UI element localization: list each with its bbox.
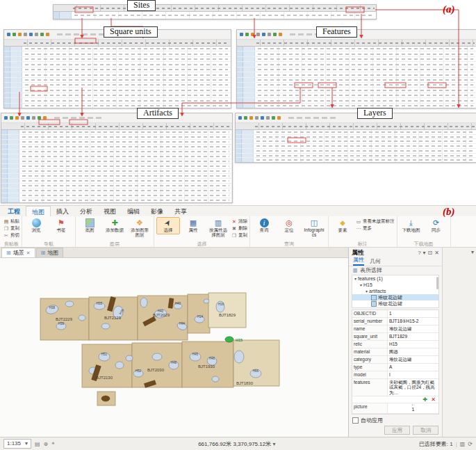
table-row[interactable] bbox=[237, 62, 476, 67]
table-row[interactable] bbox=[237, 47, 476, 51]
table-row[interactable] bbox=[237, 78, 476, 83]
ribbon-tab[interactable]: 工程 bbox=[2, 206, 26, 216]
ribbon-button[interactable]: 删除 bbox=[231, 225, 247, 232]
ribbon-tab[interactable]: 地图 bbox=[26, 206, 51, 216]
ribbon-button[interactable]: 更多 bbox=[356, 225, 395, 232]
table-row[interactable] bbox=[1, 154, 232, 159]
table-row[interactable] bbox=[1, 145, 232, 150]
ribbon-button[interactable]: 底图 bbox=[78, 217, 101, 234]
table-row[interactable] bbox=[1, 140, 232, 145]
auto-apply-option[interactable]: 自动应用 bbox=[352, 417, 438, 424]
pin-icon[interactable] bbox=[428, 250, 433, 256]
table-row[interactable] bbox=[4, 83, 231, 88]
ribbon-button[interactable]: 属性 bbox=[181, 217, 205, 234]
table-row[interactable] bbox=[4, 98, 231, 103]
table-row[interactable] bbox=[1, 169, 232, 174]
table-row[interactable] bbox=[237, 104, 476, 108]
map-view[interactable]: BJT2229BJT2129BJT2029BJT1829BJT2130BJT20… bbox=[0, 258, 348, 437]
map-canvas[interactable]: BJT2229BJT2129BJT2029BJT1829BJT2130BJT20… bbox=[0, 269, 348, 437]
coordinate-readout[interactable]: 661,766.92米 3,370,975.12米 bbox=[58, 440, 416, 448]
close-icon[interactable] bbox=[26, 250, 31, 256]
table-row[interactable] bbox=[4, 93, 231, 98]
ribbon-tab[interactable]: 编辑 bbox=[122, 206, 145, 216]
attribute-row[interactable]: modelI bbox=[352, 371, 438, 379]
table-row[interactable] bbox=[1, 135, 232, 140]
table-row[interactable] bbox=[1, 130, 232, 135]
table-row[interactable] bbox=[54, 12, 376, 19]
ribbon-button[interactable]: 同步 bbox=[425, 217, 448, 234]
ribbon-button[interactable]: 要素 bbox=[331, 217, 354, 234]
crosshair-icon[interactable] bbox=[51, 440, 55, 447]
ribbon-button[interactable]: 查看未放置标注 bbox=[356, 218, 395, 225]
tree-item[interactable]: ▾features (1) bbox=[352, 275, 438, 282]
table-row[interactable] bbox=[236, 144, 476, 149]
table-row[interactable] bbox=[1, 184, 232, 188]
cancel-button[interactable]: 取消 bbox=[413, 426, 438, 435]
table-row[interactable] bbox=[237, 93, 476, 98]
ribbon-button[interactable]: 书签 bbox=[49, 217, 73, 234]
remove-attachment-icon[interactable]: ✕ bbox=[431, 396, 436, 403]
columns-icon[interactable] bbox=[460, 441, 466, 447]
table-row[interactable] bbox=[4, 47, 231, 51]
table-row[interactable] bbox=[237, 72, 476, 77]
expander-icon[interactable]: ▾ bbox=[354, 276, 356, 281]
table-row[interactable] bbox=[4, 72, 231, 77]
ribbon-tab[interactable]: 插入 bbox=[51, 206, 74, 216]
tree-item[interactable]: ▾H15 bbox=[352, 282, 438, 288]
scale-selector[interactable]: 1:135 bbox=[3, 439, 31, 449]
table-artifacts[interactable] bbox=[1, 113, 233, 203]
attribute-row[interactable]: category堆纹花边罐 bbox=[352, 356, 438, 364]
table-row[interactable] bbox=[4, 104, 231, 108]
ribbon-button[interactable]: 定位 bbox=[277, 217, 301, 234]
view-tab[interactable]: 地图 bbox=[36, 248, 64, 257]
ribbon-button[interactable]: 粘贴 bbox=[3, 218, 19, 225]
table-row[interactable] bbox=[236, 149, 476, 154]
attributes-pane-tab[interactable]: 几何 bbox=[370, 257, 381, 266]
tree-scrollbar[interactable] bbox=[436, 277, 438, 289]
ribbon-button[interactable]: 添加数据 bbox=[103, 217, 126, 234]
ribbon-button[interactable]: 选择 bbox=[156, 217, 180, 234]
attribute-row[interactable]: features夹砂褐陶，陶质为红褐或灰褐，口径24，残高为… bbox=[352, 379, 438, 396]
attribute-row[interactable]: material陶器 bbox=[352, 348, 438, 356]
attribute-row[interactable]: name堆纹花边罐 bbox=[352, 326, 438, 333]
add-attachment-icon[interactable]: ✚ bbox=[423, 396, 428, 403]
ribbon-tab[interactable]: 分析 bbox=[74, 206, 98, 216]
ribbon-button[interactable]: 添加图形图层 bbox=[128, 217, 151, 239]
ribbon-tab[interactable]: 影像 bbox=[145, 206, 169, 216]
ribbon-button[interactable]: 下载地图 bbox=[400, 217, 423, 234]
table-row[interactable] bbox=[237, 98, 476, 103]
table-row[interactable] bbox=[1, 150, 232, 154]
table-square-units[interactable] bbox=[3, 29, 231, 109]
table-row[interactable] bbox=[237, 51, 476, 56]
table-row[interactable] bbox=[4, 78, 231, 83]
ribbon-button[interactable]: 剪切 bbox=[3, 232, 19, 239]
ribbon-tab[interactable]: 视图 bbox=[98, 206, 122, 216]
add-icon[interactable] bbox=[44, 441, 49, 447]
table-row[interactable] bbox=[1, 188, 232, 193]
ribbon-button[interactable]: 复制 bbox=[231, 232, 247, 239]
apply-button[interactable]: 应用 bbox=[384, 426, 410, 435]
attribute-row[interactable]: serial_numberBJT18⑤H15-2 bbox=[352, 318, 438, 326]
attribute-row[interactable]: relicH15 bbox=[352, 341, 438, 348]
table-row[interactable] bbox=[236, 154, 476, 159]
attributes-pane-tab[interactable]: 属性 bbox=[353, 256, 364, 266]
table-row[interactable] bbox=[237, 67, 476, 72]
table-row[interactable] bbox=[1, 174, 232, 179]
chevron-down-icon[interactable] bbox=[471, 249, 474, 435]
ribbon-button[interactable]: 清除 bbox=[231, 218, 247, 225]
table-row[interactable] bbox=[1, 198, 232, 202]
refresh-icon[interactable] bbox=[468, 441, 473, 447]
table-row[interactable] bbox=[1, 193, 232, 198]
table-features[interactable] bbox=[236, 29, 476, 109]
table-layers[interactable] bbox=[235, 113, 476, 163]
ribbon-button[interactable]: Infographics bbox=[302, 217, 326, 239]
ribbon-button[interactable]: 复制 bbox=[3, 225, 19, 232]
table-row[interactable] bbox=[237, 88, 476, 93]
expander-icon[interactable]: ▾ bbox=[366, 289, 368, 294]
table-row[interactable] bbox=[4, 62, 231, 67]
table-row[interactable] bbox=[4, 57, 231, 62]
close-icon[interactable] bbox=[434, 250, 439, 256]
table-row[interactable] bbox=[4, 88, 231, 93]
auto-apply-checkbox[interactable] bbox=[352, 417, 359, 424]
ribbon-tab[interactable]: 共享 bbox=[169, 206, 192, 216]
